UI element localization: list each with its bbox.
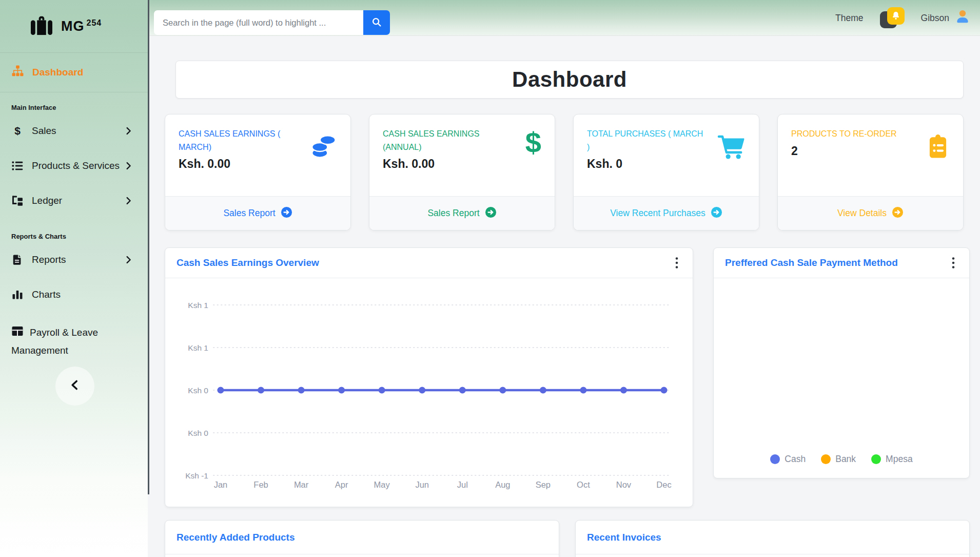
arrow-circle-right-icon [892,206,904,221]
legend-dot [821,454,831,464]
sidebar-item-label: Charts [32,289,61,300]
briefcase-icon [30,14,53,38]
coins-icon [310,133,337,161]
card-title: Recent Invoices [587,532,661,543]
pie-legend: CashBankMpesa [714,454,969,465]
legend-item-bank[interactable]: Bank [821,454,856,465]
sidebar-section-reports-charts: Reports & Charts [0,233,148,240]
svg-text:Apr: Apr [335,480,348,489]
notifications-button[interactable] [880,6,905,30]
svg-text:Ksh 1: Ksh 1 [188,301,208,310]
stat-footer: Sales Report [165,196,350,230]
username: Gibson [921,13,949,24]
bar-chart-icon [11,289,24,301]
view-recent-purchases-link[interactable]: View Recent Purchases [610,206,722,221]
legend-item-mpesa[interactable]: Mpesa [871,454,913,465]
sidebar-item-reports[interactable]: Reports [0,242,148,277]
svg-text:Ksh 0: Ksh 0 [188,386,208,395]
sidebar-item-label: Dashboard [32,67,83,78]
bell-icon [887,7,905,25]
arrow-circle-right-icon [281,206,292,221]
svg-text:Feb: Feb [253,480,268,489]
sidebar-item-dashboard[interactable]: Dashboard [0,52,148,92]
arrow-circle-right-icon [711,206,722,221]
stats-row: CASH SALES EARNINGS ( MARCH) Ksh. 0.00 S… [165,114,964,231]
stat-card-total-purchases: TOTAL PURCHASES ( MARCH ) Ksh. 0 View Re… [573,114,759,231]
svg-text:Dec: Dec [656,480,671,489]
topbar-right: Theme Gibson [835,0,971,36]
stat-link-label: View Details [837,208,887,219]
user-menu[interactable]: Gibson [921,9,971,27]
stat-card-cash-sales-march: CASH SALES EARNINGS ( MARCH) Ksh. 0.00 S… [165,114,351,231]
svg-text:Mar: Mar [294,480,309,489]
stat-body: CASH SALES EARNINGS (ANNUAL) Ksh. 0.00 $ [369,114,555,196]
stat-value: 2 [791,144,897,158]
stat-body: TOTAL PURCHASES ( MARCH ) Ksh. 0 [574,114,759,196]
stat-card-cash-sales-annual: CASH SALES EARNINGS (ANNUAL) Ksh. 0.00 $… [369,114,555,231]
clipboard-list-icon [926,133,950,161]
ledger-tree-icon [11,195,24,207]
stat-card-products-to-reorder: PRODUCTS TO RE-ORDER 2 View Details [777,114,964,231]
chevron-right-icon [124,255,133,265]
sidebar-item-label: Payroll & Leave Management [11,327,98,356]
search-input[interactable] [154,10,363,35]
stat-value: Ksh. 0.00 [383,157,503,171]
stat-link-label: Sales Report [223,208,275,219]
file-icon [11,254,24,266]
brand-sup: 254 [87,18,102,27]
legend-item-cash[interactable]: Cash [770,454,806,465]
search-icon [371,16,382,29]
sidebar-item-label: Products & Services [32,160,120,171]
card-header: Preffered Cash Sale Payment Method [714,248,969,278]
sidebar-item-label: Sales [32,125,56,137]
sidebar-item-payroll-leave[interactable]: Payroll & Leave Management [0,312,148,371]
sidebar-item-sales[interactable]: $ Sales [0,113,148,148]
sidebar: MG254 Dashboard Main Interface $ Sales [0,0,148,557]
stat-body: CASH SALES EARNINGS ( MARCH) Ksh. 0.00 [165,114,350,196]
svg-text:Jun: Jun [415,480,429,489]
svg-text:Ksh 1: Ksh 1 [188,343,208,352]
kebab-menu-button[interactable] [672,256,681,270]
chevron-left-icon [68,378,82,394]
app-logo[interactable]: MG254 [0,0,148,52]
sidebar-item-label: Reports [32,254,66,265]
chevron-right-icon [124,126,133,136]
sidebar-divider [148,0,149,494]
pie-chart-area: CashBankMpesa [714,278,969,478]
stat-title: CASH SALES EARNINGS ( MARCH) [179,127,299,153]
kebab-menu-button[interactable] [949,256,958,270]
legend-label: Bank [835,454,856,465]
svg-text:May: May [374,480,390,489]
sidebar-section-main-interface: Main Interface [0,104,148,111]
topbar: Theme Gibson [149,0,980,36]
svg-text:Oct: Oct [577,480,590,489]
card-header: Recent Invoices [576,521,969,554]
view-details-link[interactable]: View Details [837,206,904,221]
recent-invoices-card: Recent Invoices [575,520,970,557]
legend-label: Mpesa [886,454,913,465]
theme-menu[interactable]: Theme [835,13,863,24]
card-header: Cash Sales Earnings Overview [165,248,693,278]
user-avatar-icon [954,9,971,27]
sidebar-item-charts[interactable]: Charts [0,277,148,312]
sales-report-link[interactable]: Sales Report [427,206,496,221]
stat-value: Ksh. 0 [587,157,708,171]
chevron-right-icon [124,161,133,171]
sidebar-item-products-services[interactable]: Products & Services [0,148,148,183]
sales-report-link[interactable]: Sales Report [223,206,292,221]
svg-text:Ksh 0: Ksh 0 [188,429,208,437]
sidebar-collapse-button[interactable] [55,367,94,406]
list-icon [11,160,24,172]
page-title: Dashboard [512,67,627,92]
svg-text:Aug: Aug [495,480,510,489]
sidebar-item-label: Ledger [32,195,62,206]
legend-label: Cash [785,454,806,465]
stat-body: PRODUCTS TO RE-ORDER 2 [778,114,963,196]
table-icon [11,325,24,337]
stat-link-label: View Recent Purchases [610,208,705,219]
search-button[interactable] [363,10,390,35]
chevron-right-icon [124,196,133,206]
sidebar-item-ledger[interactable]: Ledger [0,183,148,218]
svg-text:Ksh -1: Ksh -1 [185,471,208,480]
legend-dot [770,454,780,464]
